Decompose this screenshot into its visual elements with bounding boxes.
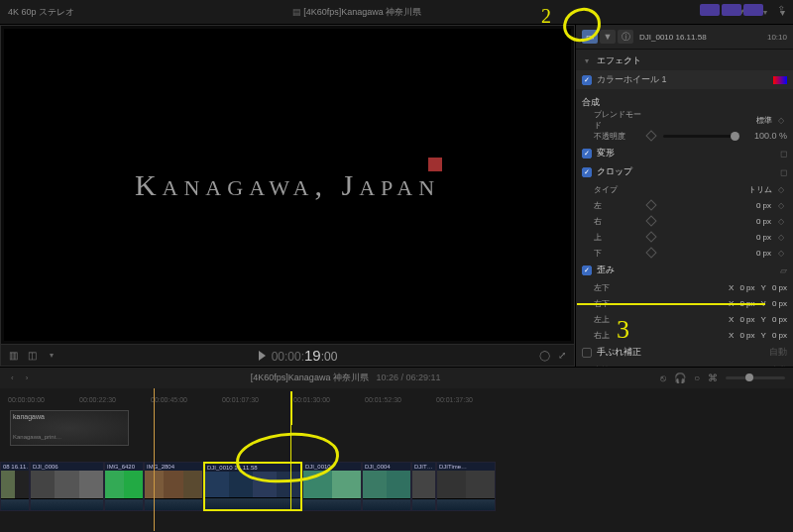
clip-IMG_6420[interactable]: IMG_6420 [104,462,144,511]
snap-icon[interactable]: ⌘ [708,372,718,383]
pill-1[interactable] [700,4,720,16]
primary-storyline[interactable]: 08 16.11…DJI_0006IMG_6420IMG_2804DJI_001… [0,462,793,511]
share-icon[interactable]: ⇪ [777,4,785,15]
viewer-top-bar: 4K 60p ステレオ ▤ [4K60fps]Kanagawa 神奈川県 50%… [0,0,793,25]
display-mode-pills[interactable] [700,4,763,16]
tool-chevron-icon[interactable]: ▾ [47,351,57,360]
trim-indicator [290,406,291,511]
viewer-panel: KANAGAWA, JAPAN ▥ ◫ ▾ 00:00:19:00 ◯ ⤢ [0,25,575,367]
project-format: 4K 60p ステレオ [8,6,127,19]
row-stabilize-method: 方法自動 [576,362,793,367]
inspector-body: ▾エフェクト ✓ カラーホイール 1 合成 ブレンドモード 標準◇ 不透明度 1… [576,50,793,367]
title-clip[interactable]: kanagawa Kanagawa_print… [10,410,129,446]
inspector-clip-name: DJI_0010 16.11.58 [639,33,761,42]
viewer-canvas[interactable]: KANAGAWA, JAPAN [4,29,571,341]
ruler-tick: 00:01:37:30 [436,396,508,403]
ruler-tick: 00:01:07:30 [222,396,293,403]
show-transform-icon[interactable]: ◻ [780,149,787,159]
clip-DJITime…[interactable]: DJITime… [436,462,496,511]
ruler-tick: 00:00:45:00 [151,396,222,403]
audio-skim-icon[interactable]: 🎧 [674,372,686,383]
clip-DJI_0004[interactable]: DJI_0004 [362,462,411,511]
row-blend-mode[interactable]: ブレンドモード 標準◇ [576,112,793,128]
section-stabilize[interactable]: 手ぶれ補正自動 [576,343,793,362]
row-opacity[interactable]: 不透明度 100.0 % [576,128,793,144]
overlay-marker [428,158,442,171]
stabilize-checkbox[interactable] [582,348,592,358]
clip-DJI_0010[interactable]: DJI_0010 [302,462,362,511]
title-graphic: KANAGAWA, JAPAN [135,168,440,202]
project-title-text: [4K60fps]Kanagawa 神奈川県 [303,7,421,17]
clip-label: 08 16.11… [1,463,29,471]
row-distort-tl[interactable]: 左上X0 pxY0 px [576,311,793,327]
crop-checkbox[interactable]: ✓ [582,167,592,177]
ruler-tick: 00:00:00:00 [8,396,79,403]
tab-color[interactable]: ▼ [600,30,616,44]
project-title: ▤ [4K60fps]Kanagawa 神奈川県 [127,6,587,19]
ruler-tick: 00:00:22:30 [79,396,151,403]
main-area: KANAGAWA, JAPAN ▥ ◫ ▾ 00:00:19:00 ◯ ⤢ ▭ [0,25,793,367]
clip-label: DJIT… [412,463,435,471]
effect-color-wheels[interactable]: ✓ カラーホイール 1 [576,70,793,89]
layout-icon[interactable]: ▥ [9,350,18,361]
viewer-toolbar: ▥ ◫ ▾ 00:00:19:00 ◯ ⤢ [1,344,574,366]
section-crop[interactable]: ✓クロップ◻ [576,162,793,181]
tab-info[interactable]: ⓘ [618,30,633,44]
tab-video[interactable]: ▭ [582,30,598,44]
loop-icon[interactable]: ◯ [539,350,550,361]
transform-checkbox[interactable]: ✓ [582,149,592,159]
nav-next-icon[interactable]: › [23,373,32,382]
clip-IMG_2804[interactable]: IMG_2804 [144,462,203,511]
scope-icon[interactable]: ◫ [28,350,37,361]
inspector-panel: ▭ ▼ ⓘ DJI_0010 16.11.58 10:10 ▾エフェクト ✓ カ… [575,25,793,367]
color-strip-icon [773,76,787,84]
show-distort-icon[interactable]: ▱ [780,266,787,275]
clip-label: DJI_0010 16.11.58 [205,464,300,472]
keyframe-icon[interactable] [645,130,656,141]
fullscreen-icon[interactable]: ⤢ [558,350,566,361]
row-crop-right[interactable]: 右0 px◇ [576,213,793,229]
ruler-tick: 00:01:30:00 [293,396,365,403]
row-distort-tr[interactable]: 右上X0 pxY0 px [576,327,793,343]
play-button[interactable] [259,351,266,361]
solo-icon[interactable]: ○ [694,372,700,383]
inspector-clip-tc: 10:10 [767,33,787,42]
row-crop-top[interactable]: 上0 px◇ [576,229,793,245]
clip-DJI_0010 16.11.58[interactable]: DJI_0010 16.11.58 [203,462,302,511]
opacity-slider[interactable] [663,135,739,138]
timeline-header: ‹ › [4K60fps]Kanagawa 神奈川県 10:26 / 06:29… [0,367,793,388]
distort-checkbox[interactable]: ✓ [582,266,592,275]
clip-label: DJI_0004 [363,463,410,471]
section-effects: ▾エフェクト [576,52,793,70]
effect-checkbox[interactable]: ✓ [582,75,592,85]
timeline-ruler[interactable]: 00:00:00:0000:00:22:3000:00:45:0000:01:0… [0,392,793,406]
row-distort-bl[interactable]: 左下X0 pxY0 px [576,279,793,295]
clip-DJI_0006[interactable]: DJI_0006 [30,462,104,511]
clip-08 16.11…[interactable]: 08 16.11… [0,462,30,511]
library-icon: ▤ [292,7,301,17]
timeline[interactable]: 00:00:00:0000:00:22:3000:00:45:0000:01:0… [0,388,793,531]
inspector-header: ▭ ▼ ⓘ DJI_0010 16.11.58 10:10 [576,25,793,50]
playhead[interactable] [154,388,155,531]
section-distort[interactable]: ✓歪み▱ [576,261,793,279]
clip-label: DJI_0006 [31,463,103,471]
timeline-zoom-slider[interactable] [726,376,785,379]
ruler-tick: 00:01:52:30 [365,396,436,403]
effect-name: カラーホイール 1 [597,73,768,86]
nav-prev-icon[interactable]: ‹ [8,373,17,382]
clip-label: DJITime… [437,463,495,471]
row-crop-bottom[interactable]: 下0 px◇ [576,245,793,261]
clip-DJIT…[interactable]: DJIT… [411,462,436,511]
skimming-icon[interactable]: ⎋ [660,372,666,383]
clip-label: DJI_0010 [303,463,361,471]
row-crop-type[interactable]: タイプトリム◇ [576,181,793,197]
section-transform[interactable]: ✓変形◻ [576,144,793,162]
playhead-timecode[interactable]: 00:00:19:00 [272,347,338,364]
row-crop-left[interactable]: 左0 px◇ [576,197,793,213]
timeline-title: [4K60fps]Kanagawa 神奈川県 10:26 / 06:29:11 [39,372,652,384]
pill-3[interactable] [743,4,763,16]
pill-2[interactable] [722,4,741,16]
row-distort-br[interactable]: 右下X0 pxY0 px [576,295,793,311]
show-crop-icon[interactable]: ◻ [780,167,787,177]
clip-label: IMG_6420 [105,463,143,471]
